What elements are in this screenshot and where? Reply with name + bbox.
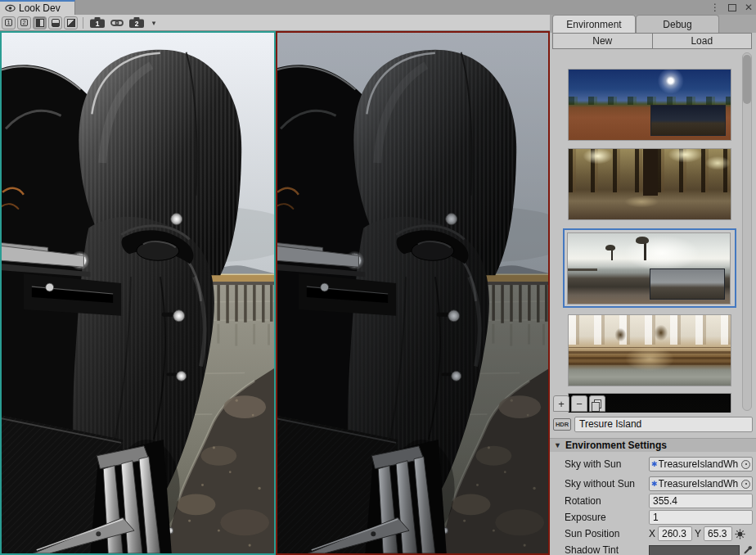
- load-environment-button[interactable]: Load: [653, 33, 753, 49]
- add-environment-button[interactable]: +: [553, 395, 569, 412]
- palm-trunk-2: [644, 241, 646, 259]
- sky-without-sun-object-field[interactable]: ✱ TreasureIslandWh: [649, 476, 753, 491]
- sun-y-label: Y: [695, 528, 701, 539]
- sun-position-label: Sun Position: [565, 528, 619, 539]
- split-diagonal-button[interactable]: [64, 16, 78, 29]
- sun-x-label: X: [649, 528, 655, 539]
- maximize-icon[interactable]: [728, 4, 736, 11]
- window-title: Look Dev: [19, 2, 61, 14]
- lookdev-window: Look Dev ⋮ ✕ 1 2 1 2 ▾: [0, 0, 756, 555]
- new-environment-button[interactable]: New: [552, 33, 653, 49]
- eye-icon: [5, 4, 16, 12]
- camera-1-button[interactable]: 1: [88, 16, 106, 29]
- object-picker-icon[interactable]: [741, 460, 750, 469]
- link-cameras-button[interactable]: [108, 16, 126, 29]
- single-view-2-button[interactable]: 2: [17, 16, 31, 29]
- environment-settings-title: Environment Settings: [565, 440, 667, 451]
- env-thumbnail-forest[interactable]: [568, 148, 731, 220]
- cubemap-icon: ✱: [651, 480, 658, 488]
- sky-with-sun-label: Sky with Sun: [565, 458, 621, 470]
- tab-environment[interactable]: Environment: [552, 15, 636, 33]
- environment-list: [550, 51, 756, 413]
- lookdev-tab[interactable]: Look Dev: [0, 0, 75, 15]
- sun-icon[interactable]: [735, 529, 745, 539]
- palm-frond-1: [605, 245, 615, 250]
- link-icon: [110, 18, 124, 28]
- sky-without-sun-label: Sky without Sun: [565, 478, 635, 490]
- lookdev-viewport: [0, 31, 550, 555]
- env-list-scrollbar[interactable]: [742, 52, 752, 411]
- render-scene-view2: [277, 33, 548, 553]
- island-pier: [568, 268, 597, 271]
- remove-environment-button[interactable]: −: [571, 395, 587, 412]
- shadow-tint-swatch[interactable]: [649, 545, 740, 555]
- duplicate-icon: [594, 399, 601, 408]
- exposure-input[interactable]: [649, 510, 753, 525]
- foldout-triangle-icon: ▼: [554, 441, 561, 449]
- split-horizontal-button[interactable]: [48, 16, 62, 29]
- eyedropper-icon[interactable]: [743, 545, 753, 555]
- svg-text:1: 1: [96, 20, 100, 28]
- split-vertical-icon: [36, 19, 44, 27]
- lookdev-toolbar: 1 2 1 2 ▾: [0, 15, 550, 31]
- tab-debug[interactable]: Debug: [636, 15, 719, 33]
- title-bar: Look Dev ⋮ ✕: [0, 0, 756, 15]
- duplicate-environment-button[interactable]: [589, 395, 605, 412]
- rotation-label: Rotation: [565, 495, 601, 507]
- split-diagonal-icon: [67, 19, 75, 27]
- close-icon[interactable]: ✕: [745, 0, 753, 15]
- env-thumbnail-island-selected[interactable]: [563, 228, 736, 308]
- env-thumbnail-island: [567, 232, 731, 305]
- camera-options-dropdown[interactable]: ▾: [147, 16, 160, 29]
- scrollbar-thumb[interactable]: [743, 55, 751, 104]
- sun-x-input[interactable]: [658, 526, 692, 541]
- palm-trunk-1: [611, 249, 613, 260]
- view-1[interactable]: [0, 31, 276, 555]
- camera-2-button[interactable]: 2: [128, 16, 146, 29]
- svg-text:2: 2: [135, 20, 139, 28]
- env-thumbnail-island-inset: [650, 268, 725, 300]
- split-vertical-button[interactable]: [33, 16, 47, 29]
- sky-with-sun-object-field[interactable]: ✱ TreasureIslandWh: [649, 457, 753, 472]
- environment-panel: Environment Debug New Load: [550, 15, 756, 555]
- panel-tab-strip: Environment Debug: [550, 15, 756, 33]
- env-thumbnail-church[interactable]: [568, 314, 731, 386]
- toolbar-separator: [83, 17, 83, 29]
- camera-1-icon: 1: [90, 17, 105, 28]
- menu-kebab-icon[interactable]: ⋮: [710, 0, 720, 15]
- split-horizontal-icon: [52, 19, 60, 27]
- single-view-1-button[interactable]: 1: [2, 16, 16, 29]
- forest-trunk: [643, 149, 658, 196]
- cubemap-icon: ✱: [651, 460, 658, 468]
- camera-2-icon: 2: [129, 17, 144, 28]
- view-2[interactable]: [276, 31, 550, 555]
- object-picker-icon[interactable]: [741, 480, 750, 489]
- env-thumbnail-outback-inset: [650, 105, 726, 136]
- render-scene-view1: [2, 33, 274, 553]
- environment-name-field[interactable]: Tresure Island: [574, 417, 753, 432]
- sun-y-input[interactable]: [704, 526, 732, 541]
- env-thumbnail-outback[interactable]: [568, 69, 731, 141]
- hdr-badge: HDR: [553, 418, 571, 431]
- rotation-input[interactable]: [649, 494, 753, 508]
- shadow-tint-label: Shadow Tint: [565, 544, 619, 555]
- palm-frond-2: [636, 237, 649, 244]
- exposure-label: Exposure: [565, 512, 606, 523]
- environment-settings-header[interactable]: ▼ Environment Settings: [550, 438, 756, 452]
